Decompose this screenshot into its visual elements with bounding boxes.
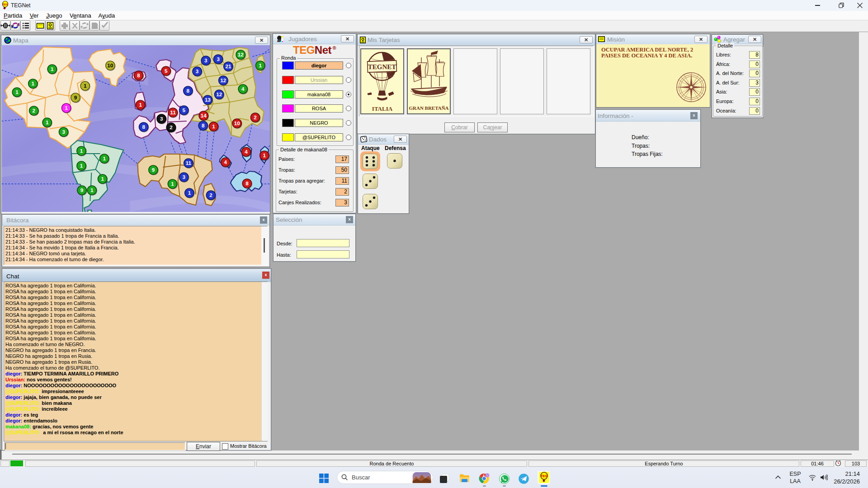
svg-text:4: 4 [245,149,248,155]
svg-text:1: 1 [80,148,83,154]
svg-text:3: 3 [196,69,198,74]
svg-text:3: 3 [62,129,65,135]
svg-text:14: 14 [201,113,207,118]
svg-text:2: 2 [170,125,172,130]
svg-text:5: 5 [183,108,186,113]
svg-text:1: 1 [171,181,174,187]
svg-text:11: 11 [186,160,192,166]
svg-text:1: 1 [51,66,54,72]
svg-text:3: 3 [217,56,219,62]
svg-text:1: 1 [103,156,106,161]
svg-text:1: 1 [212,124,215,129]
svg-text:TEGNET: TEGNET [368,63,396,70]
svg-text:10: 10 [107,63,113,68]
svg-text:8: 8 [245,181,249,186]
svg-text:8: 8 [142,124,145,130]
svg-text:1: 1 [263,153,266,158]
svg-text:12: 12 [238,52,244,57]
svg-text:9: 9 [74,95,77,100]
svg-text:2: 2 [254,115,256,120]
svg-text:8: 8 [202,123,205,128]
svg-text:12: 12 [220,78,226,83]
svg-text:3: 3 [183,174,185,180]
svg-text:13: 13 [205,97,211,103]
svg-text:1: 1 [188,190,191,196]
svg-text:2: 2 [209,192,212,198]
svg-text:9: 9 [80,188,83,193]
svg-text:1: 1 [80,163,83,169]
svg-text:TEG: TEG [541,474,547,478]
svg-text:1: 1 [84,83,87,89]
svg-text:1: 1 [139,102,142,108]
svg-text:1: 1 [15,89,19,95]
svg-text:1: 1 [65,105,68,111]
svg-text:8: 8 [187,88,190,94]
svg-text:2: 2 [33,108,35,113]
svg-text:21: 21 [225,64,231,69]
svg-text:5: 5 [165,68,168,74]
svg-text:8: 8 [137,73,140,78]
svg-text:11: 11 [170,110,176,115]
svg-text:TEG: TEG [2,3,8,6]
svg-text:12: 12 [216,92,222,97]
svg-text:1: 1 [46,120,49,125]
svg-text:3: 3 [160,116,163,122]
svg-text:1: 1 [101,176,104,182]
svg-text:9: 9 [152,167,155,173]
svg-text:4: 4 [224,160,227,165]
svg-text:3: 3 [204,58,207,63]
svg-text:10: 10 [234,121,240,126]
svg-text:1: 1 [90,188,94,193]
svg-text:4: 4 [241,86,245,92]
svg-text:1: 1 [32,81,35,86]
svg-text:1: 1 [259,63,262,68]
